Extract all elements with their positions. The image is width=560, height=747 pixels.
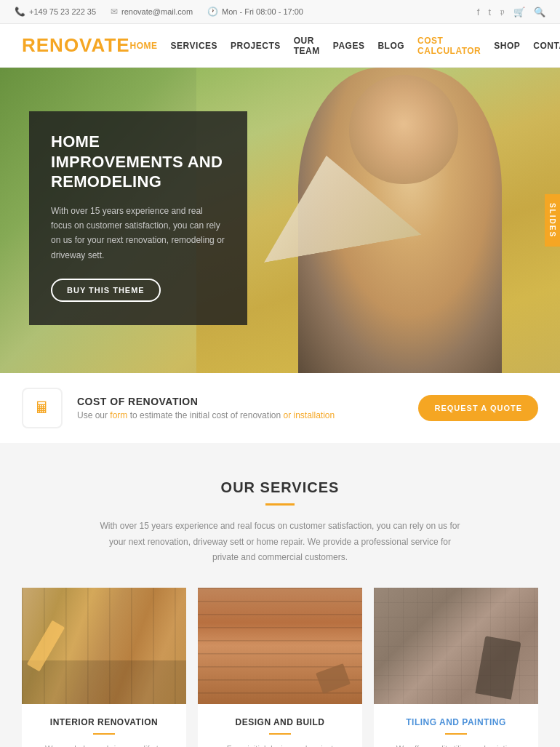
nav-cost-calculator[interactable]: COST CALCULATOR [417,36,481,56]
service-card-img-design [198,588,362,704]
nav-projects[interactable]: PROJECTS [231,41,281,51]
clock-icon: 🕐 [207,7,218,17]
nav: HOME SERVICES PROJECTS OUR TEAM PAGES BL… [130,36,560,56]
nav-shop[interactable]: SHOP [494,41,520,51]
hero-side-tab[interactable]: SLIDES [545,194,560,247]
service-card-desc-tiling: We offer quality tiling and painting sol… [385,742,527,747]
service-card-underline-3 [445,733,467,735]
hero-face [349,75,458,184]
phone-icon: 📞 [15,7,25,17]
services-section: OUR SERVICES With over 15 years experien… [0,443,560,747]
email-address: renovate@mail.com [121,7,193,16]
phone-number: +149 75 23 222 35 [29,7,96,16]
nav-services[interactable]: SERVICES [171,41,217,51]
hero-content-box: HOME IMPROVEMENTS AND REMODELING With ov… [29,111,247,325]
phone-item: 📞 +149 75 23 222 35 [15,7,96,17]
service-card-body-interior: INTERIOR RENOVATION We can help you brin… [22,704,186,747]
facebook-icon[interactable]: f [477,7,480,17]
nav-pages[interactable]: PAGES [333,41,365,51]
service-card-tiling: TILING AND PAINTING We offer quality til… [374,588,538,747]
pinterest-icon[interactable]: 𝔭 [500,6,505,17]
section-header: OUR SERVICES With over 15 years experien… [22,479,538,566]
service-card-underline-1 [93,733,115,735]
cart-icon[interactable]: 🛒 [513,7,525,17]
cost-form-link[interactable]: form [110,410,127,420]
hero-description: With over 15 years experience and real f… [51,204,225,263]
service-card-desc-design: From initial design and project specific… [209,742,351,747]
search-icon[interactable]: 🔍 [534,7,545,17]
request-quote-button[interactable]: REQUEST A QUOTE [418,395,538,421]
service-card-title-tiling: TILING AND PAINTING [385,717,527,727]
cost-installation-link[interactable]: or installation [283,410,335,420]
nav-contact[interactable]: CONTACT [533,41,560,51]
nav-home[interactable]: HOME [130,41,158,51]
cost-text-block: COST OF RENOVATION Use our form to estim… [77,396,335,420]
section-divider [265,503,295,506]
email-item: ✉ renovate@mail.com [111,7,193,17]
nav-our-team[interactable]: OUR TEAM [294,36,320,56]
cost-description: Use our form to estimate the initial cos… [77,410,335,420]
section-description: With over 15 years experience and real f… [98,519,462,566]
calculator-icon: 🖩 [34,399,50,418]
cost-bar-left: 🖩 COST OF RENOVATION Use our form to est… [22,388,335,428]
service-card-title-design: DESIGN AND BUILD [209,717,351,727]
nav-blog[interactable]: BLOG [377,41,404,51]
service-card-design: DESIGN AND BUILD From initial design and… [198,588,362,747]
service-card-desc-interior: We can help you bring new life to existi… [33,742,175,747]
cost-desc-prefix: Use our [77,410,110,420]
topbar-right: f t 𝔭 🛒 🔍 [477,6,545,17]
cost-desc-middle: to estimate the initial cost of renovati… [127,410,283,420]
business-hours: Mon - Fri 08:00 - 17:00 [222,7,303,16]
cost-icon-box: 🖩 [22,388,63,428]
service-card-title-interior: INTERIOR RENOVATION [33,717,175,727]
buy-theme-button[interactable]: BUY THIS THEME [51,279,161,302]
hours-item: 🕐 Mon - Fri 08:00 - 17:00 [207,7,303,17]
service-card-img-interior [22,588,186,704]
hero-title: HOME IMPROVEMENTS AND REMODELING [51,132,225,192]
topbar-left: 📞 +149 75 23 222 35 ✉ renovate@mail.com … [15,7,303,17]
cost-bar: 🖩 COST OF RENOVATION Use our form to est… [0,373,560,443]
section-title: OUR SERVICES [22,479,538,496]
cost-title: COST OF RENOVATION [77,396,335,407]
logo[interactable]: RENOVATE [22,34,130,57]
twitter-icon[interactable]: t [488,7,491,17]
service-card-underline-2 [269,733,291,735]
header: RENOVATE HOME SERVICES PROJECTS OUR TEAM… [0,24,560,68]
service-cards: INTERIOR RENOVATION We can help you brin… [22,588,538,747]
service-card-img-tiling [374,588,538,704]
topbar: 📞 +149 75 23 222 35 ✉ renovate@mail.com … [0,0,560,24]
service-card-body-tiling: TILING AND PAINTING We offer quality til… [374,704,538,747]
email-icon: ✉ [111,7,118,17]
service-card-interior: INTERIOR RENOVATION We can help you brin… [22,588,186,747]
service-card-body-design: DESIGN AND BUILD From initial design and… [198,704,362,747]
hero-section: HOME IMPROVEMENTS AND REMODELING With ov… [0,68,560,373]
